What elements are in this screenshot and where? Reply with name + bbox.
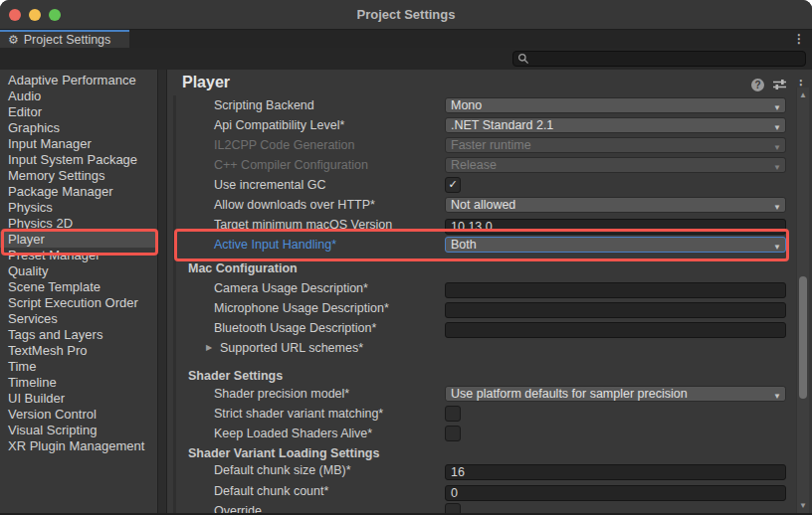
strict-shader-variant-matching-checkbox[interactable]: [445, 406, 461, 422]
supported-url-schemes-foldout[interactable]: Supported URL schemes*: [220, 341, 363, 355]
camera-usage-description-input[interactable]: [445, 282, 786, 298]
microphone-usage-description-field: [445, 300, 786, 316]
target-minimum-macos-version-input[interactable]: [445, 219, 786, 235]
use-incremental-gc-checkbox[interactable]: ✓: [445, 177, 461, 193]
chevron-down-icon: ▼: [773, 390, 781, 402]
main-scrollbar[interactable]: ▲ ▼: [796, 87, 809, 513]
sidebar-item-player[interactable]: Player: [0, 232, 157, 248]
sidebar-item-physics-2d[interactable]: Physics 2D: [0, 216, 157, 232]
default-chunk-count-input[interactable]: [445, 485, 786, 501]
help-icon[interactable]: ?: [751, 79, 764, 91]
setting-label: Scripting Backend: [214, 98, 314, 112]
row-strict-shader-variant-matching: Strict shader variant matching*: [167, 404, 796, 424]
row-default-chunk-count: Default chunk count*: [167, 481, 796, 501]
setting-label: Default chunk size (MB)*: [214, 463, 351, 477]
sidebar-item-timeline[interactable]: Timeline: [0, 375, 157, 391]
chevron-down-icon: ▼: [773, 141, 781, 153]
sidebar-item-adaptive-performance[interactable]: Adaptive Performance: [0, 73, 157, 88]
allow-downloads-over-http-dropdown[interactable]: Not allowed ▼: [445, 197, 786, 213]
check-icon: ✓: [448, 178, 457, 190]
sidebar-item-preset-manager[interactable]: Preset Manager: [0, 248, 157, 263]
sidebar-item-input-manager[interactable]: Input Manager: [0, 136, 157, 152]
sidebar-scrollbar-track[interactable]: [157, 70, 167, 513]
sidebar-item-audio[interactable]: Audio: [0, 88, 157, 104]
row-il2cpp-code-generation: IL2CPP Code Generation Faster runtime ▼: [167, 135, 796, 155]
bluetooth-usage-description-field: [445, 320, 786, 336]
scrollbar-thumb[interactable]: [799, 276, 807, 399]
scripting-backend-dropdown[interactable]: Mono ▼: [445, 97, 786, 113]
dropdown-value: Use platform defaults for sampler precis…: [451, 387, 688, 401]
search-input[interactable]: [529, 51, 801, 67]
titlebar: Project Settings: [0, 0, 812, 30]
setting-label: Active Input Handling*: [214, 238, 336, 252]
settings-category-list: Adaptive Performance Audio Editor Graphi…: [0, 70, 157, 513]
dropdown-value: .NET Standard 2.1: [451, 118, 553, 132]
sidebar-item-visual-scripting[interactable]: Visual Scripting: [0, 423, 157, 438]
keep-loaded-shaders-alive-checkbox[interactable]: [445, 426, 461, 441]
sidebar-item-scene-template[interactable]: Scene Template: [0, 279, 157, 295]
sidebar-item-ui-builder[interactable]: UI Builder: [0, 391, 157, 407]
default-chunk-size-input[interactable]: [445, 464, 786, 480]
setting-label: IL2CPP Code Generation: [214, 138, 355, 152]
sidebar-item-physics[interactable]: Physics: [0, 200, 157, 216]
search-field[interactable]: [512, 51, 806, 67]
row-keep-loaded-shaders-alive: Keep Loaded Shaders Alive*: [167, 424, 796, 443]
dropdown-value: Release: [451, 158, 497, 172]
dropdown-value: Faster runtime: [451, 138, 531, 152]
dropdown-value: Not allowed: [451, 198, 515, 212]
sidebar-item-tags-and-layers[interactable]: Tags and Layers: [0, 327, 157, 343]
chevron-down-icon: ▼: [773, 241, 781, 253]
sidebar-item-memory-settings[interactable]: Memory Settings: [0, 168, 157, 184]
toolbar: [0, 48, 812, 71]
microphone-usage-description-input[interactable]: [445, 302, 786, 318]
row-use-incremental-gc: Use incremental GC ✓: [167, 175, 796, 195]
section-mac-configuration: Mac Configuration: [167, 258, 796, 278]
tab-overflow-menu-icon[interactable]: ⋮: [793, 32, 805, 46]
bluetooth-usage-description-input[interactable]: [445, 322, 786, 338]
sidebar-item-textmesh-pro[interactable]: TextMesh Pro: [0, 343, 157, 359]
sidebar-item-editor[interactable]: Editor: [0, 104, 157, 120]
sidebar-item-services[interactable]: Services: [0, 311, 157, 327]
setting-label: Shader precision model*: [214, 387, 349, 401]
tab-project-settings[interactable]: ⚙ Project Settings: [0, 30, 129, 48]
sidebar-item-graphics[interactable]: Graphics: [0, 120, 157, 136]
setting-label: Allow downloads over HTTP*: [214, 198, 375, 212]
scroll-down-icon[interactable]: ▼: [797, 501, 809, 510]
sidebar-item-package-manager[interactable]: Package Manager: [0, 184, 157, 200]
il2cpp-code-generation-dropdown: Faster runtime ▼: [445, 137, 786, 153]
player-settings-panel: Player ? ⋮ Scripting Backend Mono ▼ Api …: [167, 70, 812, 513]
scroll-up-icon[interactable]: ▲: [797, 90, 809, 99]
sidebar-item-version-control[interactable]: Version Control: [0, 407, 157, 423]
setting-label: C++ Compiler Configuration: [214, 158, 368, 172]
setting-label: Strict shader variant matching*: [214, 407, 383, 421]
presets-icon[interactable]: [772, 79, 787, 90]
chevron-down-icon: ▼: [773, 161, 781, 173]
setting-label: Default chunk count*: [214, 484, 328, 498]
foldout-arrow-icon[interactable]: ▶: [206, 343, 212, 352]
sidebar-item-quality[interactable]: Quality: [0, 263, 157, 279]
sidebar-item-input-system-package[interactable]: Input System Package: [0, 152, 157, 168]
row-supported-url-schemes: ▶ Supported URL schemes*: [167, 338, 796, 358]
row-microphone-usage-description: Microphone Usage Description*: [167, 298, 796, 318]
setting-label: Api Compatibility Level*: [214, 118, 344, 132]
row-camera-usage-description: Camera Usage Description*: [167, 278, 796, 298]
shader-precision-model-dropdown[interactable]: Use platform defaults for sampler precis…: [445, 386, 786, 402]
tab-bar: ⚙ Project Settings ⋮: [0, 30, 812, 48]
setting-label: Use incremental GC: [214, 178, 326, 192]
sidebar-item-script-execution-order[interactable]: Script Execution Order: [0, 295, 157, 311]
active-input-handling-dropdown[interactable]: Both ▼: [445, 237, 786, 253]
section-shader-settings: Shader Settings: [167, 366, 796, 386]
row-api-compatibility-level: Api Compatibility Level* .NET Standard 2…: [167, 115, 796, 135]
sidebar-item-xr-plugin-management[interactable]: XR Plugin Management: [0, 438, 157, 454]
api-compatibility-level-dropdown[interactable]: .NET Standard 2.1 ▼: [445, 117, 786, 133]
setting-label: Target minimum macOS Version: [214, 218, 392, 232]
row-default-chunk-size: Default chunk size (MB)*: [167, 460, 796, 480]
row-cpp-compiler-configuration: C++ Compiler Configuration Release ▼: [167, 155, 796, 175]
camera-usage-description-field: [445, 280, 786, 296]
target-minimum-macos-version-field: [445, 217, 786, 233]
project-settings-window: Project Settings ⚙ Project Settings ⋮ Ad…: [0, 0, 812, 515]
setting-label: Bluetooth Usage Description*: [214, 321, 376, 335]
default-chunk-size-field: [445, 462, 786, 478]
dropdown-value: Both: [451, 238, 477, 252]
sidebar-item-time[interactable]: Time: [0, 359, 157, 375]
